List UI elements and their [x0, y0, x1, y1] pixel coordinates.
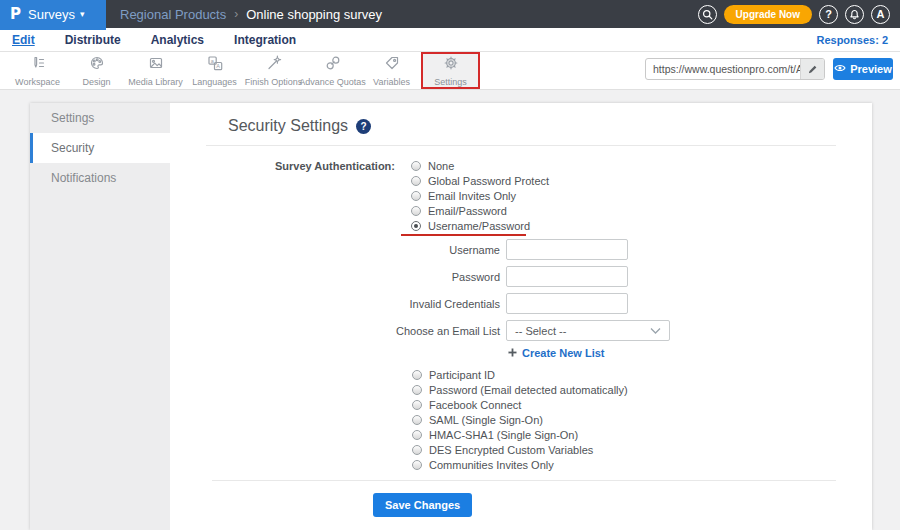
breadcrumb-separator: › [234, 7, 238, 21]
breadcrumb: Regional Products › Online shopping surv… [120, 7, 382, 22]
toolbar-item-languages[interactable]: aA Languages [185, 52, 244, 89]
radio-global-password-protect[interactable]: Global Password Protect [411, 173, 549, 188]
toolbar-label: Workspace [15, 77, 60, 87]
surveys-menu-label: Surveys [28, 7, 75, 22]
breadcrumb-survey-title: Online shopping survey [246, 7, 382, 22]
username-label: Username [170, 244, 500, 256]
toolbar-label: Media Library [128, 77, 183, 87]
radio-email-password[interactable]: Email/Password [411, 203, 549, 218]
radio-label: None [428, 160, 454, 172]
password-field[interactable] [506, 266, 628, 287]
notifications-bell-icon[interactable] [845, 5, 864, 24]
breadcrumb-folder[interactable]: Regional Products [120, 7, 226, 22]
help-question-icon[interactable]: ? [356, 119, 371, 134]
gear-icon [443, 55, 459, 75]
radio-email-invites-only[interactable]: Email Invites Only [411, 188, 549, 203]
toolbar-label: Languages [192, 77, 237, 87]
toolbar-item-design[interactable]: Design [67, 52, 126, 89]
radio-icon [411, 221, 421, 231]
security-form: Survey Authentication: None Global Passw… [170, 158, 872, 517]
search-icon[interactable] [698, 5, 717, 24]
image-icon [148, 55, 164, 75]
toolbar-item-workspace[interactable]: Workspace [8, 52, 67, 89]
toolbar-item-variables[interactable]: Variables [362, 52, 421, 89]
email-list-label: Choose an Email List [170, 325, 500, 337]
radio-label: DES Encrypted Custom Variables [429, 444, 593, 456]
radio-username-password[interactable]: Username/Password [411, 218, 549, 233]
save-divider [212, 480, 836, 481]
survey-nav: Edit Distribute Analytics Integration Re… [0, 28, 900, 52]
radio-label: Email Invites Only [428, 190, 516, 202]
sidebar-item-security[interactable]: Security [30, 133, 170, 163]
toolbar-item-settings[interactable]: Settings [421, 52, 480, 89]
security-settings-panel: Security Settings ? Survey Authenticatio… [170, 103, 872, 530]
upgrade-now-button[interactable]: Upgrade Now [724, 5, 812, 24]
invalid-credentials-field[interactable] [506, 293, 628, 314]
toolbar-item-advance-quotas[interactable]: Advance Quotas [303, 52, 362, 89]
edit-url-pencil-icon[interactable] [800, 59, 824, 79]
radio-icon [412, 400, 422, 410]
radio-icon [411, 176, 421, 186]
tab-integration[interactable]: Integration [234, 33, 296, 47]
survey-url-field[interactable]: https://www.questionpro.com/t/APNrfZ [645, 58, 825, 80]
toolbar-item-finish-options[interactable]: Finish Options [244, 52, 303, 89]
radio-label: Facebook Connect [429, 399, 521, 411]
tab-analytics[interactable]: Analytics [151, 33, 204, 47]
radio-label: HMAC-SHA1 (Single Sign-On) [429, 429, 578, 441]
create-new-list-label: Create New List [522, 347, 605, 359]
logo-block-underline [0, 28, 106, 30]
page-title: Security Settings [228, 117, 348, 135]
create-new-list-link[interactable]: Create New List [508, 347, 872, 359]
red-annotation-underline [401, 234, 526, 236]
toolbar-label: Advance Quotas [299, 77, 366, 87]
radio-icon [412, 370, 422, 380]
radio-label: Global Password Protect [428, 175, 549, 187]
invalid-credentials-label: Invalid Credentials [170, 298, 500, 310]
radio-icon [412, 415, 422, 425]
radio-none[interactable]: None [411, 158, 549, 173]
auth-radio-group-more: Participant ID Password (Email detected … [412, 367, 872, 472]
save-changes-button[interactable]: Save Changes [373, 493, 472, 517]
title-divider [206, 145, 836, 146]
auth-radio-group: None Global Password Protect Email Invit… [411, 158, 549, 233]
email-list-select[interactable]: -- Select -- [506, 320, 670, 341]
toolbar-label: Variables [373, 77, 410, 87]
radio-icon [412, 445, 422, 455]
radio-icon [411, 191, 421, 201]
username-field[interactable] [506, 239, 628, 260]
radio-hmac-sha1-sso[interactable]: HMAC-SHA1 (Single Sign-On) [412, 427, 872, 442]
toolbar-label: Design [82, 77, 110, 87]
radio-label: Password (Email detected automatically) [429, 384, 628, 396]
sidebar-item-settings[interactable]: Settings [30, 103, 170, 133]
preview-button[interactable]: Preview [833, 58, 893, 80]
tag-icon [384, 55, 400, 75]
radio-des-encrypted-variables[interactable]: DES Encrypted Custom Variables [412, 442, 872, 457]
toolbar-label: Settings [434, 77, 467, 87]
survey-url-text: https://www.questionpro.com/t/APNrfZ [646, 63, 800, 75]
radio-label: Username/Password [428, 220, 530, 232]
radio-icon [412, 385, 422, 395]
radio-label: Email/Password [428, 205, 507, 217]
settings-card: Settings Security Notifications Security… [30, 103, 872, 530]
radio-communities-invites-only[interactable]: Communities Invites Only [412, 457, 872, 472]
magic-wand-icon [266, 55, 282, 75]
radio-label: Participant ID [429, 369, 495, 381]
help-button[interactable]: ? [819, 5, 838, 24]
radio-password-email-detected[interactable]: Password (Email detected automatically) [412, 382, 872, 397]
plus-icon [508, 347, 517, 359]
radio-facebook-connect[interactable]: Facebook Connect [412, 397, 872, 412]
tab-distribute[interactable]: Distribute [65, 33, 121, 47]
toolbar-item-media-library[interactable]: Media Library [126, 52, 185, 89]
radio-saml-sso[interactable]: SAML (Single Sign-On) [412, 412, 872, 427]
radio-icon [412, 430, 422, 440]
chevron-down-icon: ▾ [80, 9, 85, 19]
settings-sidebar: Settings Security Notifications [30, 103, 170, 530]
sidebar-item-notifications[interactable]: Notifications [30, 163, 170, 193]
radio-participant-id[interactable]: Participant ID [412, 367, 872, 382]
avatar[interactable]: A [871, 5, 890, 24]
svg-text:A: A [216, 63, 220, 69]
surveys-menu[interactable]: P Surveys ▾ [0, 0, 106, 28]
tab-edit[interactable]: Edit [12, 33, 35, 47]
responses-count[interactable]: Responses: 2 [816, 34, 900, 46]
palette-icon [89, 55, 105, 75]
